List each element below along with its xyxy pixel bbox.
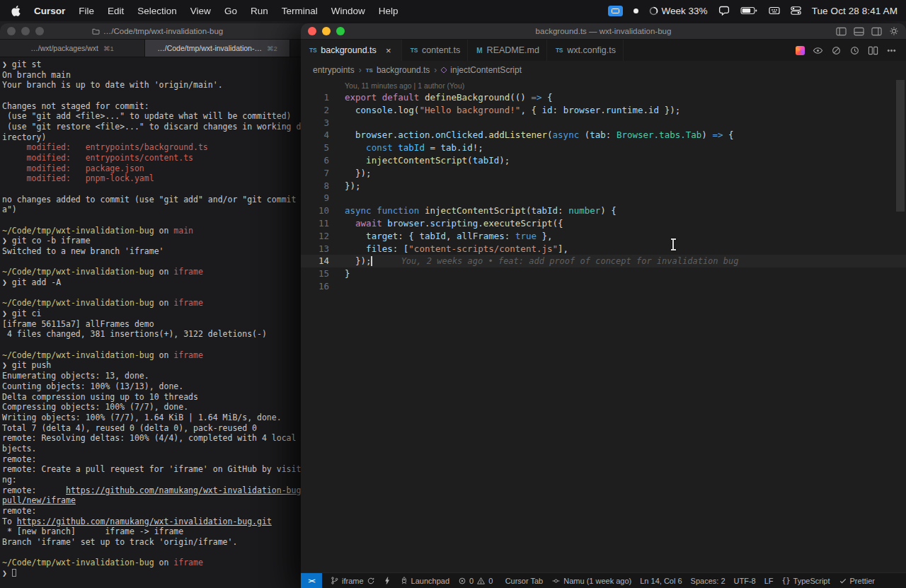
close-window-button[interactable] [7,27,16,35]
code-line-15[interactable]: 15} [301,267,906,280]
terminal-tab-2[interactable]: …/Code/tmp/wxt-invalidation-…⌘2 [145,40,290,57]
zoom-window-button[interactable] [35,27,44,35]
cursor-tab-toggle[interactable]: Cursor Tab [505,577,544,585]
code-token: true [515,231,537,241]
circle-slash-icon[interactable] [831,45,842,56]
encoding-setting[interactable]: UTF-8 [734,577,756,585]
terminal-line [2,215,315,226]
code-line-14[interactable]: 14 });You, 2 weeks ago • feat: add proof… [301,255,906,267]
minimize-window-button[interactable] [322,27,331,35]
code-token [345,231,366,241]
history-icon[interactable] [849,45,860,56]
breadcrumb-background-ts[interactable]: TSbackground.ts [366,65,430,75]
menu-help[interactable]: Help [379,6,398,16]
indentation-setting[interactable]: Spaces: 2 [691,577,726,585]
code-line-13[interactable]: 13 files: ["content-scripts/content.js"]… [301,243,906,255]
apple-menu-icon[interactable] [11,6,21,16]
settings-gear-icon[interactable] [889,26,899,36]
progress-ring-icon [649,6,658,16]
screen-mirroring-icon[interactable] [608,6,623,16]
week-progress-item[interactable]: Week 33% [649,6,708,16]
menu-window[interactable]: Window [331,6,365,16]
code-line-8[interactable]: 8}); [301,180,906,192]
bolt-status-item[interactable] [384,576,391,585]
terminal-text: Enumerating objects: 13, done. [2,371,149,381]
line-number: 2 [301,104,329,117]
menu-view[interactable]: View [190,6,211,16]
editor-tab-content-ts[interactable]: TScontent.ts [402,40,468,61]
code-line-16[interactable]: 16 [301,280,906,293]
toggle-sidebar-right-icon[interactable] [871,27,882,36]
menu-edit[interactable]: Edit [108,6,124,16]
toggle-panel-icon[interactable] [854,27,864,36]
breadcrumb-injectcontentscript[interactable]: injectContentScript [441,65,522,75]
code-editor[interactable]: You, 11 minutes ago | 1 author (You) 1ex… [301,79,906,572]
terminal-output[interactable]: ❯ git stOn branch mainYour branch is up … [0,57,315,579]
editor-tab-wxt-config-ts[interactable]: TSwxt.config.ts [547,40,624,61]
app-menu-cursor[interactable]: Cursor [34,6,65,16]
toggle-sidebar-left-icon[interactable] [836,27,847,36]
editor-tab-readme-md[interactable]: MREADME.md [468,40,547,61]
code-line-7[interactable]: 7 }); [301,167,906,180]
codelens-blame[interactable]: You, 11 minutes ago | 1 author (You) [345,81,906,91]
code-line-1[interactable]: 1export default defineBackground(() => { [301,91,906,104]
git-branch-item[interactable]: iframe [331,576,375,585]
code-line-3[interactable]: 3 [301,117,906,129]
breadcrumb-entrypoints[interactable]: entrypoints [313,65,355,75]
remote-indicator[interactable]: >< [301,573,322,588]
git-blame-item[interactable]: Namu (1 week ago) [551,577,631,585]
recording-indicator-icon[interactable] [633,8,638,13]
terminal-line: On branch main [2,70,315,81]
formatter-item[interactable]: Prettier [839,577,875,585]
eye-icon[interactable] [813,45,823,56]
code-line-9[interactable]: 9 [301,192,906,204]
language-mode[interactable]: {} TypeScript [782,577,830,585]
menu-bar-status: Week 33% Tue Oct 28 8:41 AM [608,6,898,16]
terminal-text: ng: [2,475,17,485]
minimize-window-button[interactable] [21,27,30,35]
battery-icon[interactable] [740,6,758,15]
more-actions-icon[interactable] [886,45,897,56]
menu-bar-clock[interactable]: Tue Oct 28 8:41 AM [812,6,898,16]
menu-file[interactable]: File [79,6,94,16]
close-window-button[interactable] [308,27,316,35]
terminal-text: ❯ [2,236,7,246]
terminal-line: a") [2,204,315,215]
menu-terminal[interactable]: Terminal [282,6,318,16]
code-line-6[interactable]: 6 injectContentScript(tabId); [301,154,906,167]
cursor-ai-icon[interactable] [796,46,805,55]
editor-scrollbar[interactable] [896,80,905,212]
terminal-titlebar[interactable]: …/Code/tmp/wxt-invalidation-bug [0,23,315,40]
problems-item[interactable]: 0 0 [458,577,493,585]
code-token: . [457,142,462,153]
menu-go[interactable]: Go [224,6,237,16]
control-center-icon[interactable] [791,6,801,15]
code-line-2[interactable]: 2 console.log("Hello background!", { id:… [301,104,906,117]
editor-tab-background-ts[interactable]: TSbackground.ts× [301,40,402,61]
code-line-12[interactable]: 12 target: { tabId, allFrames: true }, [301,230,906,243]
zoom-window-button[interactable] [336,27,345,35]
terminal-tab-1[interactable]: …/wxt/packages/wxt⌘1 [0,40,145,57]
terminal-text: ❯ [2,59,7,69]
editor-titlebar[interactable]: background.ts — wxt-invalidation-bug [301,23,906,40]
split-editor-icon[interactable] [868,45,878,56]
week-progress-label: Week 33% [662,6,708,16]
terminal-tab-bar: …/wxt/packages/wxt⌘1…/Code/tmp/wxt-inval… [0,40,315,57]
eol-setting[interactable]: LF [764,577,774,585]
close-tab-icon[interactable]: × [383,45,394,56]
code-line-5[interactable]: 5 const tabId = tab.id!; [301,142,906,154]
keyboard-icon[interactable] [769,6,780,15]
launchpad-item[interactable]: Launchpad [400,576,449,585]
check-icon [839,577,847,585]
editor-tab-bar: TSbackground.ts×TScontent.tsMREADME.mdTS… [301,40,906,61]
cursor-position[interactable]: Ln 14, Col 6 [640,577,682,585]
code-line-11[interactable]: 11 await browser.scripting.executeScript… [301,217,906,230]
code-line-10[interactable]: 10async function injectContentScript(tab… [301,204,906,217]
menu-bar-left: Cursor FileEditSelectionViewGoRunTermina… [11,6,398,16]
code-line-4[interactable]: 4 browser.action.onClicked.addListener(a… [301,129,906,142]
menu-run[interactable]: Run [251,6,268,16]
chat-bubble-icon[interactable] [718,6,730,16]
menu-selection[interactable]: Selection [137,6,177,16]
menu-items: FileEditSelectionViewGoRunTerminalWindow… [79,6,398,16]
terminal-text: on [154,298,174,308]
